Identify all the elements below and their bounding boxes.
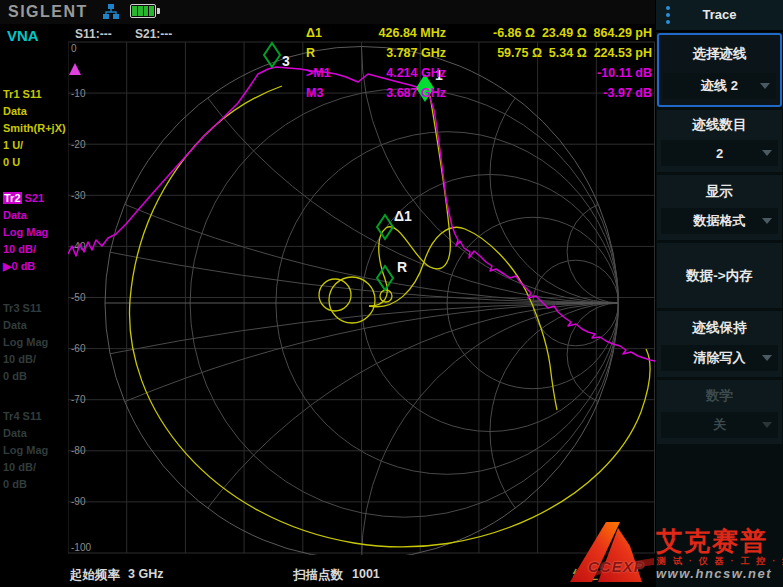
readout-m3: M33.687 GHz-3.97 dB xyxy=(306,86,652,100)
chevron-down-icon xyxy=(762,218,772,224)
trace-count-button[interactable]: 迹线数目 2 xyxy=(657,110,782,172)
math-value: 关 xyxy=(661,412,778,438)
readout-ref: R3.787 GHz59.75 Ω 5.34 Ω 224.53 pH xyxy=(306,46,652,60)
mode-label: VNA xyxy=(7,27,39,44)
svg-text:-30: -30 xyxy=(71,190,86,201)
svg-text:-90: -90 xyxy=(71,496,86,507)
sweep-points-label: 扫描点数 xyxy=(293,567,343,584)
vna-screen: SIGLENT VNA S11:--- S21:--- Tr1 S11 Data… xyxy=(0,0,783,587)
softkey-panel: Trace 选择迹线 迹线 2 迹线数目 2 显示 数据格式 数据->内存 迹线… xyxy=(656,0,783,587)
svg-text:-100: -100 xyxy=(71,542,91,553)
start-freq-value: 3 GHz xyxy=(128,567,163,581)
trace1-smith-curve xyxy=(130,86,651,547)
svg-text:-50: -50 xyxy=(71,292,86,303)
math-button: 数学 关 xyxy=(657,380,782,444)
readout-m1: >M14.214 GHz-10.11 dB xyxy=(306,66,652,80)
panel-header[interactable]: Trace xyxy=(656,0,783,32)
svg-text:-60: -60 xyxy=(71,343,86,354)
trace2-id: Tr2 xyxy=(3,192,22,204)
chevron-down-icon xyxy=(762,150,772,156)
svg-text:-10: -10 xyxy=(71,88,86,99)
chevron-down-icon xyxy=(762,422,772,428)
siglent-logo: SIGLENT xyxy=(8,3,88,21)
readout-delta1: Δ1426.84 MHz-6.86 Ω 23.49 Ω 864.29 pH xyxy=(306,26,652,40)
marker-3-label: 3 xyxy=(282,53,290,69)
trace1-id: Tr1 xyxy=(3,88,20,100)
svg-text:-70: -70 xyxy=(71,394,86,405)
battery-icon xyxy=(130,4,156,18)
start-freq-label: 起始频率 xyxy=(70,567,120,584)
select-trace-value: 迹线 2 xyxy=(663,73,776,99)
svg-text:-80: -80 xyxy=(71,445,86,456)
sidebar-trace3[interactable]: Tr3 S11 Data Log Mag 10 dB/ 0 dB xyxy=(3,300,67,385)
data-to-memory-button[interactable]: 数据->内存 xyxy=(657,243,782,308)
panel-title: Trace xyxy=(656,7,783,22)
sidebar-trace2-active[interactable]: Tr2 S21 Data Log Mag 10 dB/ ▶0 dB xyxy=(3,190,67,275)
marker-ref-label: R xyxy=(397,259,407,275)
display-format-value: 数据格式 xyxy=(661,208,778,234)
marker-delta1-label: Δ1 xyxy=(394,208,412,224)
smith-chart-display: 0 -10 -20 -30 -40 -50 -60 -70 -80 -90 -1… xyxy=(68,38,655,555)
chevron-down-icon xyxy=(762,355,772,361)
chevron-down-icon xyxy=(760,83,770,89)
sidebar-trace1[interactable]: Tr1 S11 Data Smith(R+jX) 1 U/ 0 U xyxy=(3,86,67,171)
battery-nub xyxy=(157,8,160,14)
trace-hold-value: 清除写入 xyxy=(661,345,778,371)
sweep-statusbar: 起始频率 3 GHz 扫描点数 1001 终止 xyxy=(0,556,655,587)
trace-count-value: 2 xyxy=(661,140,778,166)
sidebar-trace4[interactable]: Tr4 S11 Data Log Mag 10 dB/ 0 dB xyxy=(3,408,67,493)
stop-freq-label: 终止 xyxy=(573,567,598,584)
svg-text:0: 0 xyxy=(71,43,77,54)
titlebar: SIGLENT xyxy=(0,0,655,24)
select-trace-button[interactable]: 选择迹线 迹线 2 xyxy=(657,33,782,107)
display-format-button[interactable]: 显示 数据格式 xyxy=(657,175,782,240)
svg-text:-20: -20 xyxy=(71,139,86,150)
ref-level-marker xyxy=(69,63,81,75)
sweep-points-value: 1001 xyxy=(352,567,380,581)
marker-3-diamond[interactable] xyxy=(264,43,280,67)
lan-network-icon xyxy=(102,3,120,21)
trace-hold-button[interactable]: 迹线保持 清除写入 xyxy=(657,311,782,377)
